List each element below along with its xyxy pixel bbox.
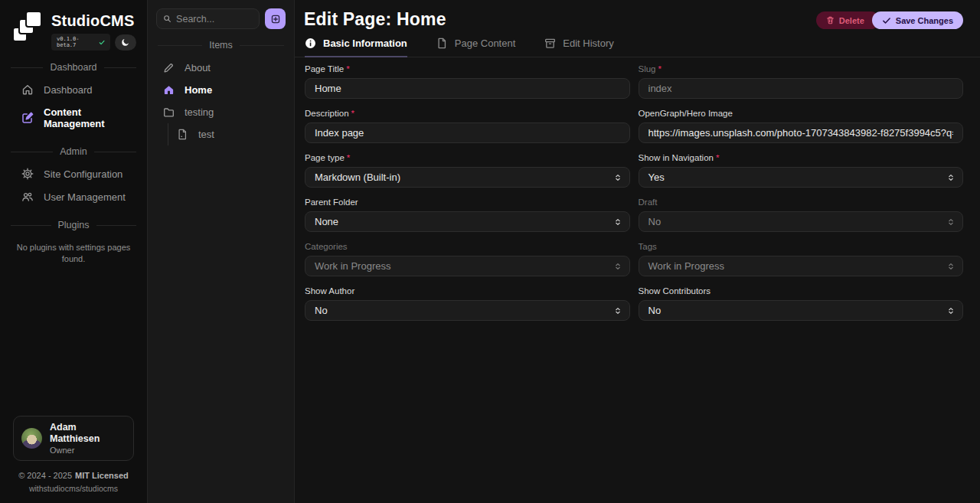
page-item-label: About — [185, 62, 211, 73]
delete-button[interactable]: Delete — [816, 11, 880, 29]
select-value: No — [648, 216, 662, 227]
sidebar: StudioCMS v0.1.0-beta.7 Dashboard Dashbo… — [0, 0, 148, 503]
chevron-updown-icon — [947, 217, 955, 227]
slug-label: Slug* — [639, 64, 964, 73]
gear-icon — [21, 168, 34, 180]
tab-label: Page Content — [455, 38, 516, 49]
edit-icon — [21, 112, 34, 124]
home-icon — [21, 83, 34, 96]
main-content: Edit Page: Home Delete Save Changes Basi… — [295, 0, 980, 503]
tab-label: Edit History — [563, 38, 613, 49]
chevron-updown-icon — [947, 306, 955, 315]
delete-button-label: Delete — [839, 16, 864, 25]
slug-input — [639, 78, 964, 99]
app-title: StudioCMS — [51, 12, 136, 30]
check-icon — [99, 39, 105, 46]
sidebar-item-label: User Management — [44, 191, 126, 203]
section-label-items: Items — [158, 40, 284, 51]
file-icon — [436, 38, 448, 49]
show-author-label: Show Author — [305, 286, 630, 296]
dark-mode-toggle[interactable] — [115, 34, 136, 51]
draft-label: Draft — [639, 198, 964, 207]
show-in-navigation-select[interactable]: Yes — [639, 167, 964, 188]
save-button-label: Save Changes — [896, 16, 953, 25]
chevron-updown-icon — [614, 306, 622, 315]
show-contributors-select[interactable]: No — [639, 300, 964, 321]
chevron-updown-icon — [947, 173, 955, 182]
sidebar-item-site-configuration[interactable]: Site Configuration — [0, 162, 147, 185]
copyright-text: © 2024 - 2025 — [18, 471, 72, 480]
pencil-icon — [163, 62, 175, 73]
parent-folder-select[interactable]: None — [305, 211, 630, 232]
chevron-updown-icon — [614, 173, 622, 182]
hero-image-label: OpenGraph/Hero Image — [639, 109, 964, 118]
parent-folder-label: Parent Folder — [305, 198, 630, 207]
save-changes-button[interactable]: Save Changes — [872, 11, 963, 29]
description-label: Description* — [305, 109, 630, 118]
select-value: No — [648, 305, 662, 316]
info-icon — [305, 38, 316, 49]
user-role: Owner — [50, 446, 126, 455]
nested-items-group: test — [156, 123, 286, 145]
page-item-test[interactable]: test — [168, 123, 286, 145]
tab-bar: Basic Information Page Content Edit Hist… — [295, 30, 980, 57]
page-item-about[interactable]: About — [156, 57, 286, 79]
sidebar-item-label: Dashboard — [44, 84, 93, 96]
section-label-admin: Admin — [11, 146, 136, 157]
user-name: Adam Matthiesen — [50, 422, 126, 446]
categories-label: Categories — [305, 242, 630, 251]
required-marker: * — [346, 64, 349, 73]
select-value: Yes — [648, 171, 665, 183]
sidebar-item-content-management[interactable]: Content Management — [0, 101, 147, 135]
sidebar-item-dashboard[interactable]: Dashboard — [0, 78, 147, 101]
user-card[interactable]: Adam Matthiesen Owner — [13, 416, 134, 461]
page-title: Edit Page: Home — [304, 9, 446, 30]
description-input[interactable] — [305, 122, 630, 143]
items-panel: Items About Home testing test — [148, 0, 295, 503]
app-logo-row: StudioCMS v0.1.0-beta.7 — [0, 11, 147, 51]
folder-item-testing[interactable]: testing — [156, 101, 286, 123]
tab-basic-information[interactable]: Basic Information — [305, 38, 407, 57]
sidebar-footer: © 2024 - 2025MIT Licensed withstudiocms/… — [0, 471, 147, 503]
chevron-updown-icon — [614, 217, 622, 227]
repo-link[interactable]: withstudiocms/studiocms — [29, 484, 118, 493]
users-icon — [21, 191, 34, 203]
select-value: Work in Progress — [648, 260, 724, 272]
page-type-select[interactable]: Markdown (Built-in) — [305, 167, 630, 188]
search-input[interactable] — [176, 14, 253, 24]
archive-icon — [544, 38, 556, 49]
tab-label: Basic Information — [323, 38, 407, 49]
section-label-dashboard: Dashboard — [11, 62, 136, 73]
draft-select: No — [639, 211, 964, 232]
select-value: Markdown (Built-in) — [315, 171, 400, 183]
sidebar-item-user-management[interactable]: User Management — [0, 185, 147, 208]
tab-edit-history[interactable]: Edit History — [544, 38, 613, 57]
home-icon — [163, 84, 175, 96]
page-type-label: Page type* — [305, 153, 630, 162]
required-marker: * — [351, 109, 354, 118]
required-marker: * — [658, 64, 662, 73]
page-item-label: test — [198, 129, 214, 140]
show-author-select[interactable]: No — [305, 300, 630, 321]
required-marker: * — [347, 153, 350, 162]
avatar — [21, 428, 42, 449]
tags-label: Tags — [639, 242, 964, 251]
add-page-button[interactable] — [265, 8, 286, 29]
folder-icon — [163, 106, 175, 118]
page-title-label: Page Title* — [305, 64, 630, 73]
search-icon — [163, 14, 172, 24]
hero-image-input[interactable] — [639, 122, 964, 143]
sidebar-item-label: Content Management — [44, 106, 136, 129]
categories-select: Work in Progress — [305, 256, 630, 276]
tab-page-content[interactable]: Page Content — [436, 38, 516, 57]
page-item-label: Home — [185, 84, 212, 96]
chevron-updown-icon — [614, 262, 622, 271]
required-marker: * — [716, 153, 719, 162]
version-badge: v0.1.0-beta.7 — [51, 34, 110, 51]
page-item-home[interactable]: Home — [156, 79, 286, 101]
show-in-navigation-label: Show in Navigation* — [639, 153, 964, 162]
check-icon — [882, 16, 891, 25]
page-title-input[interactable] — [305, 78, 630, 99]
no-plugins-message: No plugins with settings pages found. — [0, 236, 147, 271]
folder-item-label: testing — [185, 106, 214, 118]
